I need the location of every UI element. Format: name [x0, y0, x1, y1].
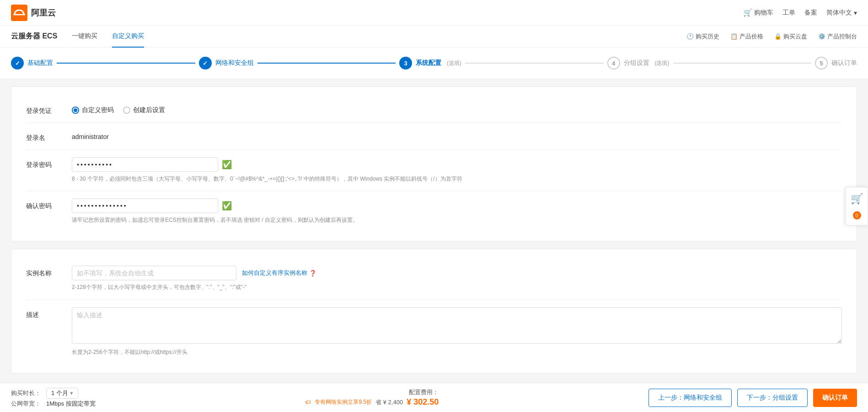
step-2-circle: ✓: [199, 57, 212, 70]
step-4-label: 分组设置: [624, 59, 649, 67]
svg-rect-0: [11, 5, 27, 21]
step-5-label: 确认订单: [831, 59, 857, 67]
step-1-label: 基础配置: [27, 59, 53, 67]
instance-name-content: 如何自定义有序实例名称 ❓ 2-128个字符，以大小写字母或中文开头，可包含数字…: [72, 266, 842, 292]
step-2-label: 网络和安全组: [215, 59, 254, 67]
login-name-value: administrator: [72, 130, 109, 140]
confirm-password-hint: 请牢记您所设置的密码，如遗忘可登录ECS控制台重置密码，若不填选 密钥对 / 自…: [72, 216, 842, 225]
step-3-label: 系统配置: [416, 59, 441, 67]
step-line-1: [57, 63, 195, 64]
desc-hint: 长度为2-256个字符，不能以http://或https://开头: [72, 348, 842, 357]
step-3: 3 系统配置 (选填): [399, 57, 461, 70]
login-name-content: administrator: [72, 130, 842, 140]
lang-label: 简体中文: [826, 9, 852, 17]
duration-select[interactable]: 1 个月 ▾: [46, 388, 78, 388]
confirm-password-input-group: ✅: [72, 198, 842, 213]
login-name-label: 登录名: [26, 130, 72, 142]
footer-left: 购买时长： 1 个月 ▾ 公网带宽： 1Mbps 按固定带宽: [11, 388, 96, 388]
login-credential-row: 登录凭证 自定义密码 创建后设置: [26, 98, 842, 121]
password-row: 登录密码 ✅ 8 - 30 个字符，必须同时包含三项（大写字母、小写字母、数字、…: [26, 152, 842, 189]
step-line-2: [257, 63, 396, 64]
step-line-4: [673, 63, 812, 64]
radio-custom-label: 自定义密码: [82, 106, 114, 114]
nav-buy-disk[interactable]: 🔒 购买云盘: [774, 32, 807, 41]
cart-button[interactable]: 🛒 购物车: [743, 8, 773, 17]
tab-quick-buy[interactable]: 一键购买: [72, 26, 97, 48]
floating-cart-label: 购物车: [853, 207, 861, 209]
floating-cart-badge: 0: [853, 211, 861, 219]
step-3-sublabel: (选填): [447, 59, 461, 67]
step-1-circle: ✓: [11, 57, 24, 70]
clock-icon: 🕐: [686, 33, 694, 40]
password-input-group: ✅: [72, 157, 842, 172]
desc-content: 长度为2-256个字符，不能以http://或https://开头: [72, 307, 842, 357]
aliyun-logo-icon: [11, 5, 27, 21]
step-5-circle: 5: [815, 57, 828, 70]
confirm-password-content: ✅ 请牢记您所设置的密码，如遗忘可登录ECS控制台重置密码，若不填选 密钥对 /…: [72, 198, 842, 225]
floating-cart-icon: 🛒: [851, 193, 863, 205]
step-5: 5 确认订单: [815, 57, 857, 70]
password-hint: 8 - 30 个字符，必须同时包含三项（大写字母、小写字母、数字、0`~!@#$…: [72, 175, 842, 183]
footer: 购买时长： 1 个月 ▾ 公网带宽： 1Mbps 按固定带宽 配置费用： 🏷 专…: [0, 383, 868, 388]
step-line-3: [465, 63, 604, 64]
confirm-password-row: 确认密码 ✅ 请牢记您所设置的密码，如遗忘可登录ECS控制台重置密码，若不填选 …: [26, 193, 842, 230]
confirm-password-input[interactable]: [72, 198, 218, 213]
radio-after-dot: [123, 107, 130, 114]
confirm-password-label: 确认密码: [26, 198, 72, 210]
nav-purchase-history[interactable]: 🕐 购买历史: [686, 32, 719, 41]
instance-name-input-row: 如何自定义有序实例名称 ❓: [72, 266, 842, 280]
instance-section: 实例名称 如何自定义有序实例名称 ❓ 2-128个字符，以大小写字母或中文开头，…: [11, 249, 857, 373]
nav-console[interactable]: ⚙️ 产品控制台: [818, 32, 857, 41]
radio-custom-password[interactable]: 自定义密码: [72, 106, 114, 114]
desc-textarea[interactable]: [72, 307, 842, 344]
question-circle-icon: ❓: [309, 270, 316, 277]
nav-bar: 云服务器 ECS 一键购买 自定义购买 🕐 购买历史 📋 产品价格 🔒 购买云盘…: [0, 26, 868, 48]
password-check-icon: ✅: [222, 160, 232, 170]
step-3-circle: 3: [399, 57, 412, 70]
cart-icon: 🛒: [743, 8, 752, 17]
radio-after-create[interactable]: 创建后设置: [123, 106, 165, 114]
header: 阿里云 🛒 购物车 工单 备案 简体中文 ▾: [0, 0, 868, 26]
login-name-row: 登录名 administrator: [26, 125, 842, 148]
lang-button[interactable]: 简体中文 ▾: [826, 9, 857, 17]
nav-title: 云服务器 ECS: [11, 32, 57, 41]
footer-duration-value: 1 个月 ▾: [46, 388, 78, 388]
step-1: ✓ 基础配置: [11, 57, 53, 70]
tab-custom-buy[interactable]: 自定义购买: [112, 26, 144, 48]
table-icon: 📋: [730, 33, 738, 40]
how-to-link[interactable]: 如何自定义有序实例名称 ❓: [242, 269, 316, 277]
footer-duration-row: 购买时长： 1 个月 ▾: [11, 388, 96, 388]
password-label: 登录密码: [26, 157, 72, 169]
credential-radio-group: 自定义密码 创建后设置: [72, 103, 842, 114]
desc-row: 描述 长度为2-256个字符，不能以http://或https://开头: [26, 302, 842, 362]
instance-name-label: 实例名称: [26, 266, 72, 278]
lock-icon: 🔒: [774, 33, 782, 40]
gear-icon: ⚙️: [818, 33, 825, 40]
stepper: ✓ 基础配置 ✓ 网络和安全组 3 系统配置 (选填) 4 分组设置 (选填) …: [0, 48, 868, 79]
login-credential-content: 自定义密码 创建后设置: [72, 103, 842, 114]
password-content: ✅ 8 - 30 个字符，必须同时包含三项（大写字母、小写字母、数字、0`~!@…: [72, 157, 842, 183]
backup-button[interactable]: 备案: [804, 9, 817, 17]
header-right: 🛒 购物车 工单 备案 简体中文 ▾: [743, 8, 857, 17]
step-2: ✓ 网络和安全组: [199, 57, 254, 70]
nav-right-links: 🕐 购买历史 📋 产品价格 🔒 购买云盘 ⚙️ 产品控制台: [686, 32, 857, 41]
nav-product-price[interactable]: 📋 产品价格: [730, 32, 763, 41]
instance-name-hint: 2-128个字符，以大小写字母或中文开头，可包含数字、"."、"_"、":"或"…: [72, 283, 842, 292]
logo: 阿里云: [11, 5, 56, 21]
login-section: 登录凭证 自定义密码 创建后设置 登录名: [11, 86, 857, 241]
radio-after-label: 创建后设置: [133, 106, 165, 114]
step-4-circle: 4: [607, 57, 620, 70]
password-input[interactable]: [72, 157, 218, 172]
instance-name-row: 实例名称 如何自定义有序实例名称 ❓ 2-128个字符，以大小写字母或中文开头，…: [26, 260, 842, 297]
main-content: 登录凭证 自定义密码 创建后设置 登录名: [0, 79, 868, 388]
work-order-button[interactable]: 工单: [782, 9, 795, 17]
instance-name-input[interactable]: [72, 266, 236, 280]
confirm-password-check-icon: ✅: [222, 201, 232, 211]
logo-text: 阿里云: [31, 7, 56, 18]
step-4-sublabel: (选填): [655, 59, 670, 67]
step-4: 4 分组设置 (选填): [607, 57, 670, 70]
lang-arrow: ▾: [854, 9, 857, 16]
floating-cart[interactable]: 🛒 购物车 0: [846, 187, 868, 225]
radio-custom-dot: [72, 107, 79, 114]
cart-label: 购物车: [754, 9, 773, 17]
